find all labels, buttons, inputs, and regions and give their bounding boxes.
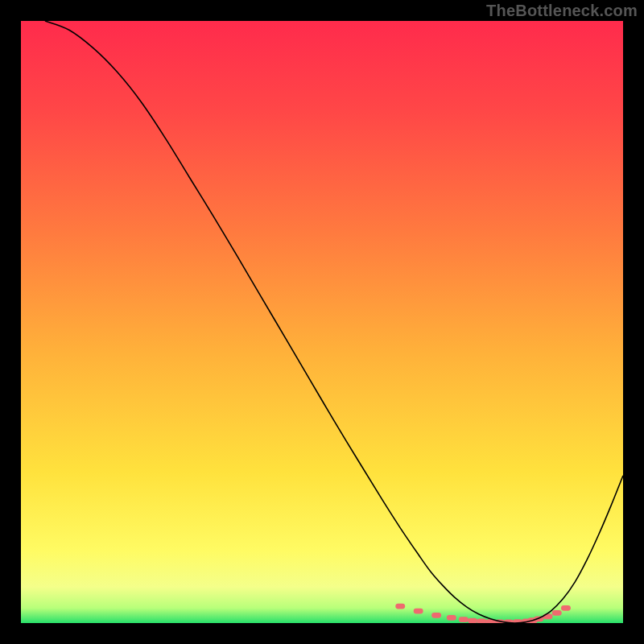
- minimum-marker: [459, 617, 469, 622]
- minimum-marker: [395, 604, 405, 609]
- minimum-marker: [477, 619, 486, 623]
- watermark-text: TheBottleneck.com: [486, 2, 638, 20]
- minimum-marker: [431, 613, 441, 618]
- bottleneck-chart: [21, 21, 623, 623]
- minimum-marker: [414, 609, 423, 614]
- minimum-marker: [447, 615, 456, 621]
- minimum-marker: [468, 618, 477, 623]
- minimum-marker: [543, 613, 553, 619]
- chart-frame: TheBottleneck.com: [0, 0, 644, 644]
- minimum-marker: [561, 605, 571, 611]
- plot-background: [21, 21, 623, 623]
- minimum-marker: [552, 610, 562, 616]
